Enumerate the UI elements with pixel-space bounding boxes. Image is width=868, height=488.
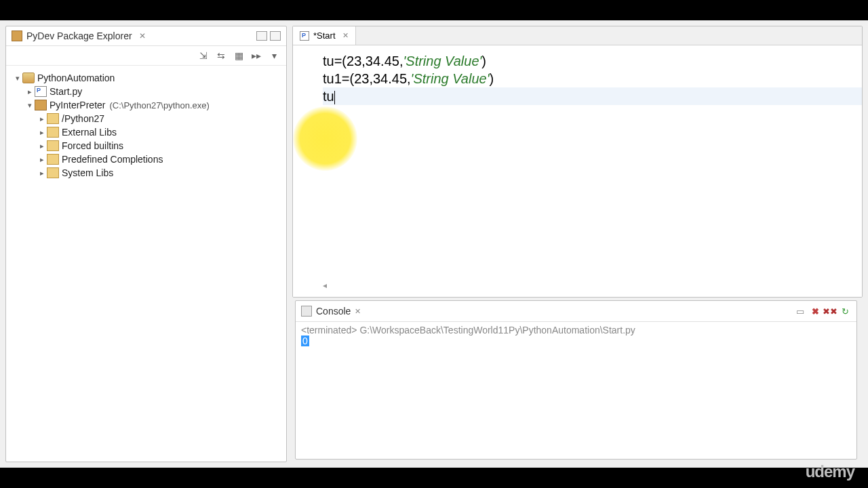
expand-arrow-icon[interactable]: ▸ (37, 155, 47, 164)
scroll-left-icon[interactable]: ◂ (323, 277, 327, 294)
project-folder-icon (22, 73, 35, 83)
minimize-button[interactable] (256, 31, 267, 41)
expand-arrow-icon[interactable]: ▾ (13, 74, 22, 83)
package-explorer-title: PyDev Package Explorer (26, 30, 135, 41)
package-explorer-panel: PyDev Package Explorer ✕ ⇲ ⇆ ▦ ▸▸ ▾ ▾ Py… (5, 26, 287, 462)
close-tab-icon[interactable]: ✕ (342, 31, 349, 40)
close-console-icon[interactable]: ✕ (355, 307, 361, 316)
remove-all-terminated-icon[interactable]: ✖✖ (824, 305, 836, 317)
console-output[interactable]: <terminated> G:\WorkspaceBack\TestingWor… (296, 322, 856, 459)
link-editor-icon[interactable]: ⇆ (214, 49, 228, 62)
tree-lib-item[interactable]: ▸ /Python27 (9, 112, 283, 125)
code-editor-panel: *Start ✕ tu=(23,34.45,'String Value') tu… (292, 26, 863, 298)
project-tree[interactable]: ▾ PythonAutomation ▸ Start.py ▾ PyInterP… (6, 66, 286, 462)
code-line: tu=(23,34.45,'String Value') (323, 52, 862, 70)
pin-console-icon[interactable]: ▭ (794, 305, 806, 317)
editor-tab-start[interactable]: *Start ✕ (293, 26, 356, 45)
console-title: Console (316, 306, 351, 317)
udemy-watermark: udemy (806, 462, 854, 481)
console-status-line: <terminated> G:\WorkspaceBack\TestingWor… (301, 325, 851, 336)
tree-label: System Libs (62, 167, 113, 178)
python-interpreter-icon (35, 100, 47, 110)
interpreter-path: (C:\Python27\python.exe) (109, 100, 209, 110)
expand-arrow-icon[interactable]: ▸ (25, 87, 35, 96)
library-icon (47, 127, 59, 138)
text-cursor (334, 91, 335, 104)
expand-arrow-icon[interactable]: ▸ (37, 115, 47, 123)
library-icon (47, 154, 59, 165)
tree-label: PyInterPreter (50, 100, 105, 110)
tree-label: Predefined Completions (62, 154, 163, 165)
python-file-icon (35, 86, 47, 97)
tree-label: /Python27 (62, 113, 104, 124)
relaunch-icon[interactable]: ↻ (839, 305, 851, 317)
tree-lib-item[interactable]: ▸ System Libs (9, 166, 283, 180)
console-icon (301, 306, 312, 317)
console-panel: Console ✕ ▭ ✖ ✖✖ ↻ <terminated> G:\Works… (295, 300, 857, 460)
tree-interpreter[interactable]: ▾ PyInterPreter (C:\Python27\python.exe) (9, 98, 283, 112)
python-file-icon (300, 31, 309, 41)
code-editor[interactable]: tu=(23,34.45,'String Value') tu1=(23,34.… (293, 45, 862, 297)
terminate-icon[interactable]: ✖ (809, 305, 821, 317)
tree-label: Forced builtins (62, 140, 123, 151)
tree-project-root[interactable]: ▾ PythonAutomation (9, 71, 283, 85)
close-icon[interactable]: ✕ (139, 31, 146, 41)
tree-lib-item[interactable]: ▸ Predefined Completions (9, 152, 283, 166)
selected-output: 0 (301, 336, 309, 346)
code-line-current: tu (323, 87, 862, 105)
package-explorer-icon (12, 30, 22, 41)
library-icon (47, 167, 59, 178)
dropdown-icon[interactable]: ▾ (267, 49, 281, 62)
view-menu-icon[interactable]: ▸▸ (250, 49, 263, 62)
expand-arrow-icon[interactable]: ▸ (37, 169, 47, 178)
expand-arrow-icon[interactable]: ▸ (37, 142, 47, 150)
editor-tab-bar: *Start ✕ (293, 26, 862, 45)
maximize-button[interactable] (270, 31, 281, 41)
collapse-all-icon[interactable]: ⇲ (197, 49, 210, 62)
expand-arrow-icon[interactable]: ▸ (37, 128, 47, 137)
expand-arrow-icon[interactable]: ▾ (25, 101, 35, 110)
mouse-highlight (293, 106, 357, 171)
console-output-line: 0 (301, 336, 851, 346)
tree-lib-item[interactable]: ▸ Forced builtins (9, 139, 283, 152)
tree-label: PythonAutomation (37, 73, 115, 83)
tree-label: Start.py (50, 86, 82, 97)
tree-lib-item[interactable]: ▸ External Libs (9, 125, 283, 139)
library-icon (47, 113, 59, 124)
code-line: tu1=(23,34.45,'String Value') (323, 70, 862, 87)
tree-label: External Libs (62, 127, 117, 138)
tree-file[interactable]: ▸ Start.py (9, 85, 283, 98)
tab-label: *Start (313, 30, 336, 41)
filter-icon[interactable]: ▦ (232, 49, 245, 62)
library-icon (47, 140, 59, 151)
